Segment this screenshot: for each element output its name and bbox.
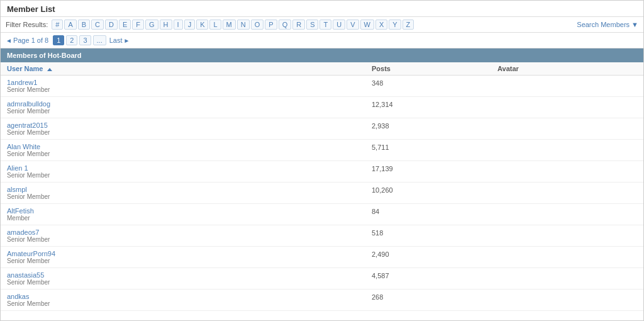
member-role: Senior Member: [7, 108, 372, 115]
search-members-link[interactable]: Search Members ▼: [577, 21, 638, 28]
member-name[interactable]: Alien 1: [7, 164, 372, 172]
last-page-button[interactable]: Last ►: [109, 37, 130, 44]
alpha-btn-m[interactable]: M: [223, 20, 236, 30]
alpha-btn-w[interactable]: W: [360, 20, 374, 30]
alpha-btn-z[interactable]: Z: [402, 20, 414, 30]
member-role: Member: [7, 215, 372, 222]
page-title: Member List: [1, 1, 643, 17]
table-row: amadeos7Senior Member518: [1, 225, 643, 247]
member-name[interactable]: agentrat2015: [7, 121, 372, 129]
member-info: agentrat2015Senior Member: [7, 121, 372, 136]
member-posts: 4,587: [372, 271, 497, 279]
alpha-btn-g[interactable]: G: [145, 20, 158, 30]
page-button-2[interactable]: 2: [66, 35, 77, 45]
alpha-btn-h[interactable]: H: [160, 20, 172, 30]
member-role: Senior Member: [7, 236, 372, 243]
table-row: AmateurPorn94Senior Member2,490: [1, 247, 643, 268]
filter-bar: Filter Results: #ABCDEFGHIJKLMNOPQRSTUVW…: [1, 17, 643, 33]
page-wrapper: Member List Filter Results: #ABCDEFGHIJK…: [0, 0, 644, 321]
member-name[interactable]: 1andrew1: [7, 79, 372, 86]
member-info: Alien 1Senior Member: [7, 164, 372, 179]
member-name[interactable]: Alan White: [7, 143, 372, 150]
member-role: Senior Member: [7, 279, 372, 286]
member-info: AmateurPorn94Senior Member: [7, 250, 372, 264]
member-info: andkasSenior Member: [7, 293, 372, 307]
alpha-btn-v[interactable]: V: [347, 20, 358, 30]
member-role: Senior Member: [7, 172, 372, 179]
pagination-bar: ◄ Page 1 of 8 1 2 3 ... Last ►: [1, 33, 643, 48]
member-info: amadeos7Senior Member: [7, 228, 372, 243]
first-page-button[interactable]: ◄ Page 1 of 8: [6, 37, 48, 44]
page-of-label: Page 1 of 8: [13, 37, 48, 44]
col-avatar-header: Avatar: [497, 65, 637, 72]
alpha-btn-t[interactable]: T: [319, 20, 331, 30]
alpha-btn-n[interactable]: N: [237, 20, 250, 30]
member-info: anastasia55Senior Member: [7, 271, 372, 286]
first-arrow-icon: ◄: [6, 37, 12, 44]
alpha-btn-o[interactable]: O: [251, 20, 264, 30]
member-role: Senior Member: [7, 150, 372, 157]
alpha-btn-i[interactable]: I: [174, 20, 183, 30]
alpha-buttons: #ABCDEFGHIJKLMNOPQRSTUVWXYZ: [52, 20, 414, 30]
member-role: Senior Member: [7, 257, 372, 264]
member-name[interactable]: alsmpl: [7, 186, 372, 193]
member-posts: 5,711: [372, 143, 497, 151]
alpha-btn-c[interactable]: C: [91, 20, 104, 30]
page-button-1[interactable]: 1: [53, 35, 64, 45]
alpha-btn-s[interactable]: S: [306, 20, 318, 30]
alpha-btn-a[interactable]: A: [64, 20, 76, 30]
member-posts: 12,314: [372, 100, 497, 108]
member-posts: 2,490: [372, 250, 497, 258]
page-button-3[interactable]: 3: [79, 35, 91, 45]
member-role: Senior Member: [7, 193, 372, 200]
member-name[interactable]: AmateurPorn94: [7, 250, 372, 257]
section-header: Members of Hot-Board: [1, 48, 643, 62]
member-name[interactable]: admralbulldog: [7, 100, 372, 108]
member-name[interactable]: AltFetish: [7, 207, 372, 215]
alpha-btn-f[interactable]: F: [132, 20, 144, 30]
table-row: AltFetishMember84: [1, 204, 643, 225]
member-name[interactable]: anastasia55: [7, 271, 372, 279]
member-info: alsmplSenior Member: [7, 186, 372, 200]
alpha-btn-d[interactable]: D: [105, 20, 118, 30]
member-info: admralbulldogSenior Member: [7, 100, 372, 115]
alpha-btn-b[interactable]: B: [78, 20, 90, 30]
table-row: 1andrew1Senior Member348: [1, 76, 643, 97]
alpha-btn-y[interactable]: Y: [389, 20, 401, 30]
member-posts: 10,260: [372, 186, 497, 194]
alpha-btn-u[interactable]: U: [333, 20, 345, 30]
alpha-btn-p[interactable]: P: [265, 20, 277, 30]
alpha-btn-q[interactable]: Q: [279, 20, 292, 30]
member-name[interactable]: amadeos7: [7, 228, 372, 236]
table-row: anastasia55Senior Member4,587: [1, 268, 643, 290]
member-posts: 17,139: [372, 164, 497, 172]
page-button-ellipsis[interactable]: ...: [93, 35, 106, 45]
member-info: Alan WhiteSenior Member: [7, 143, 372, 157]
member-posts: 268: [372, 293, 497, 301]
last-arrow-icon: ►: [124, 37, 130, 44]
sort-arrow-icon: [47, 68, 52, 71]
member-posts: 2,938: [372, 121, 497, 130]
alpha-btn-l[interactable]: L: [209, 20, 221, 30]
col-username-header[interactable]: User Name: [7, 65, 372, 72]
table-row: admralbulldogSenior Member12,314: [1, 97, 643, 118]
member-info: AltFetishMember: [7, 207, 372, 222]
table-header: User Name Posts Avatar: [1, 62, 643, 76]
alpha-btn-r[interactable]: R: [292, 20, 305, 30]
alpha-btn-j[interactable]: J: [184, 20, 196, 30]
member-posts: 518: [372, 228, 497, 237]
member-name[interactable]: andkas: [7, 293, 372, 300]
table-row: alsmplSenior Member10,260: [1, 183, 643, 204]
alpha-btn-e[interactable]: E: [119, 20, 131, 30]
member-posts: 348: [372, 79, 497, 87]
alpha-btn-#[interactable]: #: [52, 20, 63, 30]
alpha-btn-k[interactable]: K: [196, 20, 208, 30]
table-row: andkasSenior Member268: [1, 290, 643, 311]
member-role: Senior Member: [7, 86, 372, 93]
table-row: Alien 1Senior Member17,139: [1, 161, 643, 183]
member-info: 1andrew1Senior Member: [7, 79, 372, 93]
table-row: agentrat2015Senior Member2,938: [1, 118, 643, 140]
members-list: 1andrew1Senior Member348admralbulldogSen…: [1, 76, 643, 311]
alpha-btn-x[interactable]: X: [375, 20, 387, 30]
member-role: Senior Member: [7, 300, 372, 307]
